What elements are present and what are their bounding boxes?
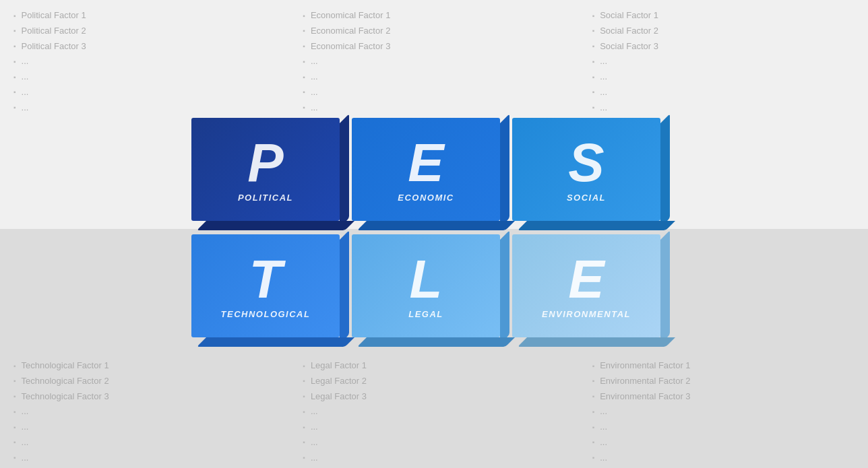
economic-tile[interactable]: E ECONOMIC — [345, 118, 500, 229]
list-item: ... — [303, 100, 565, 116]
list-item: Political Factor 3 — [13, 39, 276, 55]
technological-label: TECHNOLOGICAL — [221, 309, 311, 319]
list-item: Political Factor 2 — [13, 24, 276, 39]
legal-list: Legal Factor 1Legal Factor 2Legal Factor… — [303, 358, 565, 465]
list-item: Legal Factor 3 — [303, 389, 565, 405]
list-item: Social Factor 2 — [592, 24, 855, 39]
social-label: SOCIAL — [567, 193, 606, 203]
list-item: Environmental Factor 3 — [592, 389, 855, 405]
environmental-tile[interactable]: E ENVIRONMENTAL — [505, 234, 660, 345]
bottom-lists: Technological Factor 1Technological Fact… — [0, 350, 868, 468]
list-item: Social Factor 3 — [592, 39, 855, 55]
list-item: ... — [303, 85, 565, 100]
list-item: ... — [303, 450, 565, 466]
economic-letter: E — [408, 136, 443, 190]
economic-tile-face: E ECONOMIC — [352, 118, 500, 221]
list-item: Economical Factor 3 — [303, 39, 565, 55]
list-item: Environmental Factor 2 — [592, 374, 855, 389]
economical-list-col: Economical Factor 1Economical Factor 2Ec… — [289, 0, 578, 125]
legal-tile[interactable]: L LEGAL — [345, 234, 500, 345]
list-item: ... — [592, 85, 855, 100]
list-item: Legal Factor 2 — [303, 374, 565, 389]
list-item: ... — [303, 420, 565, 435]
list-item: ... — [13, 435, 276, 450]
social-tile[interactable]: S SOCIAL — [505, 118, 660, 229]
technological-list: Technological Factor 1Technological Fact… — [13, 358, 276, 465]
political-tile-face: P POLITICAL — [191, 118, 340, 221]
list-item: Technological Factor 3 — [13, 389, 276, 405]
political-list-col: Political Factor 1Political Factor 2Poli… — [0, 0, 289, 125]
environmental-list: Environmental Factor 1Environmental Fact… — [592, 358, 855, 465]
list-item: ... — [13, 100, 276, 116]
list-item: ... — [13, 54, 276, 69]
list-item: Economical Factor 1 — [303, 8, 565, 24]
list-item: ... — [303, 69, 565, 85]
list-item: ... — [303, 54, 565, 69]
legal-tile-face: L LEGAL — [352, 234, 500, 337]
list-item: Environmental Factor 1 — [592, 358, 855, 374]
list-item: ... — [592, 54, 855, 69]
technological-tile[interactable]: T TECHNOLOGICAL — [185, 234, 340, 345]
list-item: ... — [13, 420, 276, 435]
social-list-col: Social Factor 1Social Factor 2Social Fac… — [579, 0, 868, 125]
list-item: Political Factor 1 — [13, 8, 276, 24]
top-lists: Political Factor 1Political Factor 2Poli… — [0, 0, 868, 125]
list-item: Technological Factor 1 — [13, 358, 276, 374]
environmental-list-col: Environmental Factor 1Environmental Fact… — [579, 350, 868, 468]
list-item: ... — [13, 404, 276, 420]
list-item: ... — [13, 85, 276, 100]
pestle-diagram: P POLITICAL E ECONOMIC S SOCIAL T TECHNO… — [185, 118, 683, 360]
social-letter: S — [568, 136, 604, 190]
legal-letter: L — [410, 253, 443, 306]
political-list: Political Factor 1Political Factor 2Poli… — [13, 8, 276, 115]
list-item: ... — [592, 404, 855, 420]
economic-label: ECONOMIC — [398, 193, 454, 203]
list-item: ... — [13, 69, 276, 85]
technological-list-col: Technological Factor 1Technological Fact… — [0, 350, 289, 468]
list-item: Technological Factor 2 — [13, 374, 276, 389]
list-item: Social Factor 1 — [592, 8, 855, 24]
list-item: ... — [592, 450, 855, 466]
list-item: Economical Factor 2 — [303, 24, 565, 39]
list-item: ... — [592, 100, 855, 116]
economical-list: Economical Factor 1Economical Factor 2Ec… — [303, 8, 565, 115]
technological-tile-face: T TECHNOLOGICAL — [191, 234, 340, 337]
list-item: ... — [303, 404, 565, 420]
environmental-tile-face: E ENVIRONMENTAL — [512, 234, 660, 337]
environmental-letter: E — [568, 253, 604, 306]
list-item: ... — [303, 435, 565, 450]
list-item: ... — [592, 435, 855, 450]
social-tile-face: S SOCIAL — [512, 118, 660, 221]
list-item: ... — [592, 69, 855, 85]
legal-list-col: Legal Factor 1Legal Factor 2Legal Factor… — [289, 350, 578, 468]
list-item: ... — [592, 420, 855, 435]
social-list: Social Factor 1Social Factor 2Social Fac… — [592, 8, 855, 115]
list-item: Legal Factor 1 — [303, 358, 565, 374]
political-label: POLITICAL — [238, 193, 293, 203]
technological-letter: T — [249, 253, 282, 306]
environmental-label: ENVIRONMENTAL — [542, 309, 631, 319]
legal-label: LEGAL — [408, 309, 443, 319]
list-item: ... — [13, 450, 276, 466]
political-tile[interactable]: P POLITICAL — [185, 118, 340, 229]
political-letter: P — [247, 136, 283, 190]
page: Political Factor 1Political Factor 2Poli… — [0, 0, 868, 468]
